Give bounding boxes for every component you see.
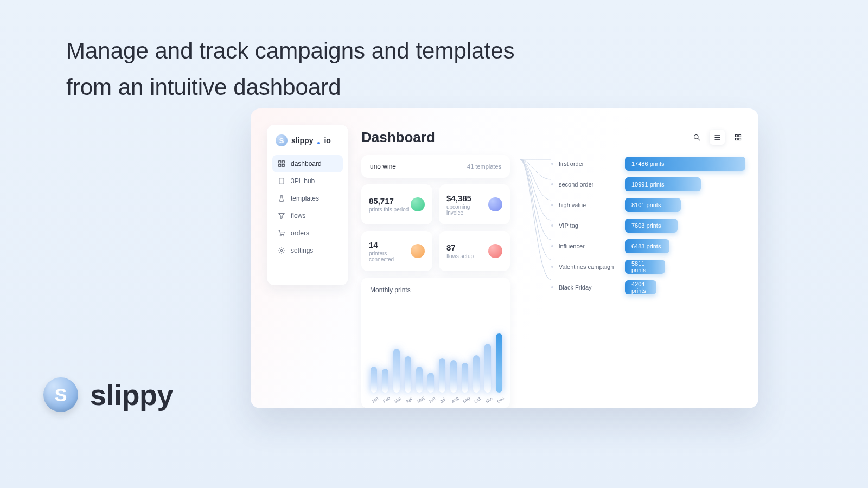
stat-card-2[interactable]: 14 printers connected [361,231,432,271]
sidebar-item-flows[interactable]: flows [272,207,343,224]
flask-icon [278,195,285,202]
bar-col-dec: Dec [495,333,503,403]
template-row-high-value[interactable]: high value 8101 prints [551,197,745,213]
stat-icon [488,197,502,211]
list-view-button[interactable] [710,130,725,145]
month-label: Sep [462,396,471,404]
content-row: uno wine 41 templates 85,717 prints this… [361,155,745,408]
page-title: Dashboard [361,129,435,146]
stat-value: 85,717 [369,196,409,206]
sidebar-item-dashboard[interactable]: dashboard [272,155,343,172]
stat-icon [488,244,502,258]
svg-rect-1 [282,161,284,163]
bullet-icon [551,224,553,227]
svg-point-10 [283,235,284,236]
svg-rect-17 [735,134,737,137]
template-name: high value [559,202,620,208]
sidebar-item-settings[interactable]: settings [272,242,343,259]
template-row-valentines-campaign[interactable]: Valentines campaign 5811 prints [551,259,745,274]
stat-label: flows setup [446,253,474,259]
month-label: Jul [439,396,448,404]
chart-bar [427,373,434,393]
sidebar-brand[interactable]: S slippy io [272,134,343,155]
stat-value: $4,385 [446,194,488,203]
stat-card-1[interactable]: $4,385 upcoming invoice [439,184,510,224]
chart-bar [393,349,400,393]
chart-bar [462,363,468,393]
template-prints-pill: 5811 prints [625,260,665,274]
project-template-count: 41 templates [467,163,501,170]
flow-connectors-icon [520,155,551,296]
main-panel: Dashboard uno wine 41 templates [361,125,745,408]
sidebar-item-orders[interactable]: orders [272,224,343,242]
bar-col-jul: Jul [438,358,446,403]
stat-value: 87 [446,243,474,252]
template-row-vip-tag[interactable]: VIP tag 7603 prints [551,218,745,233]
search-icon [693,133,701,142]
project-name: uno wine [370,163,396,170]
brand-name-a: slippy [291,136,313,145]
cart-icon [278,229,285,237]
template-prints-pill: 17486 prints [625,157,745,171]
template-prints-pill: 7603 prints [625,219,678,233]
sidebar-item-label: settings [291,247,313,254]
template-row-black-friday[interactable]: Black Friday 4204 prints [551,280,745,295]
funnel-icon [278,212,285,220]
svg-rect-20 [738,138,741,140]
templates-list: first order 17486 prints second order 10… [551,155,745,408]
dashboard-icon [278,160,285,168]
project-header-card[interactable]: uno wine 41 templates [361,155,510,178]
stat-label: upcoming invoice [446,204,488,216]
stat-icon [411,244,425,258]
chart-bar [405,356,411,393]
bullet-icon [551,245,553,247]
chart-bar [450,360,457,393]
grid-view-button[interactable] [730,130,745,145]
bar-col-jan: Jan [370,367,378,403]
bar-chart: Jan Feb Mar Apr May Jun Jul Aug Sep Oct … [370,298,501,403]
stat-card-0[interactable]: 85,717 prints this period [361,184,432,224]
sidebar-item-templates[interactable]: templates [272,190,343,207]
sidebar-item-3pl-hub[interactable]: 3PL hub [272,172,343,190]
bar-col-oct: Oct [473,355,480,403]
sidebar-item-label: flows [291,212,305,220]
template-row-influencer[interactable]: influencer 6483 prints [551,239,745,254]
template-row-second-order[interactable]: second order 10991 prints [551,177,745,192]
template-prints-pill: 8101 prints [625,198,681,212]
sidebar-item-label: orders [291,229,309,237]
month-label: Jan [371,396,380,404]
stat-icon [411,197,425,211]
chart-bar [439,358,445,393]
month-label: Aug [450,396,459,404]
bullet-icon [551,266,553,268]
bullet-icon [551,183,553,185]
template-row-first-order[interactable]: first order 17486 prints [551,156,745,171]
chart-bar [473,355,480,393]
search-button[interactable] [689,130,704,145]
building-icon [278,177,285,185]
title-row: Dashboard [361,125,745,150]
svg-point-12 [694,134,698,139]
template-prints-pill: 10991 prints [625,177,701,191]
svg-point-9 [280,235,281,236]
template-name: influencer [559,243,620,249]
grid-icon [734,133,742,142]
sidebar-item-label: templates [291,195,319,202]
template-name: Black Friday [559,284,620,291]
app-window: S slippy io dashboard 3PL hub templates … [251,108,758,408]
bar-col-feb: Feb [381,369,389,403]
brand-name-b: io [324,136,330,145]
svg-rect-18 [738,134,741,137]
stat-card-3[interactable]: 87 flows setup [439,231,510,271]
gear-icon [278,247,285,254]
month-label: Feb [382,396,391,404]
stat-label: prints this period [369,207,409,213]
headline-line-2: from an intuitive dashboard [66,69,515,105]
bar-col-jun: Jun [427,373,435,403]
svg-rect-19 [735,138,737,140]
chart-bar [416,367,423,393]
title-actions [689,130,745,145]
bullet-icon [551,286,553,288]
chart-bar [382,369,388,393]
monthly-prints-chart-card: Monthly prints Jan Feb Mar Apr May Jun J… [361,278,510,408]
